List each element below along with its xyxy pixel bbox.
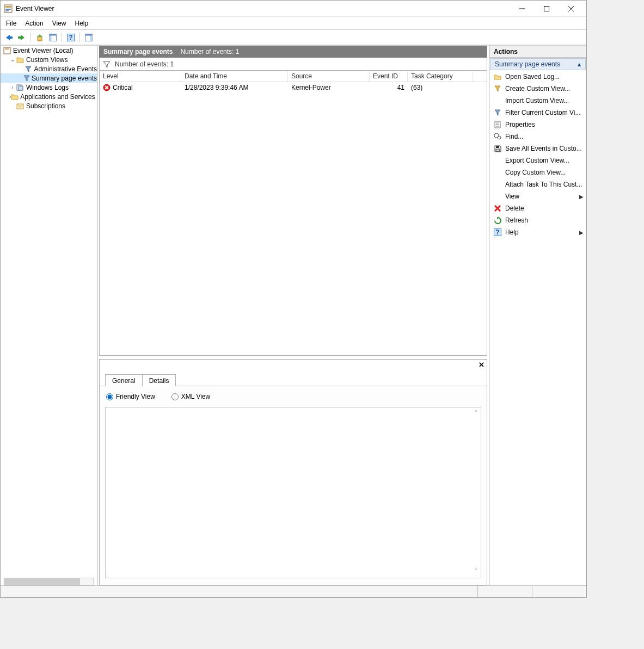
action-help[interactable]: ? Help ▶	[490, 226, 586, 238]
actions-section-header[interactable]: Summary page events ▴	[490, 58, 586, 70]
action-open-saved-log[interactable]: Open Saved Log...	[490, 71, 586, 83]
tree-summary-events-label: Summary page events	[32, 75, 97, 82]
details-tabs: General Details	[100, 374, 487, 386]
tab-general[interactable]: General	[105, 374, 143, 386]
tree-subscriptions[interactable]: Subscriptions	[1, 101, 97, 110]
titlebar: Event Viewer	[1, 1, 586, 17]
minimize-button[interactable]	[510, 1, 534, 16]
show-tree-button[interactable]	[47, 32, 59, 44]
radio-xml-label: XML View	[181, 393, 210, 400]
toolbar: ?	[1, 30, 586, 45]
maximize-button[interactable]	[534, 1, 559, 16]
svg-text:?: ?	[495, 228, 499, 236]
action-import-custom-view[interactable]: Import Custom View...	[490, 95, 586, 107]
svg-text:?: ?	[69, 34, 72, 41]
help-icon: ?	[493, 228, 502, 237]
tree-custom-views[interactable]: ⌄ Custom Views	[1, 55, 97, 64]
expand-icon[interactable]: ›	[9, 84, 16, 90]
radio-friendly-view[interactable]: Friendly View	[106, 393, 155, 400]
window-title: Event Viewer	[16, 5, 510, 13]
menu-view[interactable]: View	[48, 18, 71, 29]
help-button[interactable]: ?	[65, 32, 77, 44]
save-icon	[493, 144, 502, 153]
close-details-button[interactable]: ✕	[479, 361, 484, 369]
center-header-count: Number of events: 1	[180, 48, 239, 55]
filter-icon	[493, 108, 502, 117]
svg-rect-12	[50, 34, 57, 35]
tree-horizontal-scrollbar[interactable]	[4, 578, 94, 585]
svg-rect-2	[5, 9, 11, 10]
action-view[interactable]: View ▶	[490, 190, 586, 202]
tree-root[interactable]: Event Viewer (Local)	[1, 46, 97, 55]
close-button[interactable]	[559, 1, 583, 16]
center-header-title: Summary page events	[103, 48, 173, 55]
tree-subscriptions-label: Subscriptions	[26, 102, 65, 110]
action-delete[interactable]: Delete	[490, 202, 586, 214]
submenu-arrow-icon: ▶	[579, 194, 584, 200]
menubar: File Action View Help	[1, 17, 586, 30]
tree-custom-views-label: Custom Views	[26, 56, 68, 64]
radio-xml-view[interactable]: XML View	[171, 393, 210, 400]
delete-icon	[493, 204, 502, 213]
collapse-icon[interactable]: ⌄	[9, 57, 16, 63]
tree-summary-events[interactable]: Summary page events	[1, 73, 97, 83]
scroll-up-icon[interactable]: ˄	[472, 410, 480, 417]
event-source: Kernel-Power	[291, 84, 331, 91]
show-actions-button[interactable]	[83, 32, 95, 44]
svg-rect-9	[18, 36, 21, 39]
action-save-all-events[interactable]: Save All Events in Custo...	[490, 143, 586, 154]
back-button[interactable]	[3, 32, 15, 44]
folder-icon	[16, 55, 24, 64]
col-eventid[interactable]: Event ID	[370, 71, 408, 82]
actions-header: Actions	[489, 46, 586, 58]
action-export-custom-view[interactable]: Export Custom View...	[490, 154, 586, 166]
col-source[interactable]: Source	[288, 71, 370, 82]
svg-point-31	[498, 136, 501, 139]
menu-action[interactable]: Action	[21, 18, 47, 29]
open-log-icon	[493, 72, 502, 81]
tree-admin-events[interactable]: Administrative Events	[1, 64, 97, 73]
action-properties[interactable]: Properties	[490, 119, 586, 131]
action-attach-task[interactable]: Attach Task To This Cust...	[490, 178, 586, 190]
action-create-custom-view[interactable]: Create Custom View...	[490, 83, 586, 95]
action-filter-current[interactable]: Filter Current Custom Vi...	[490, 107, 586, 119]
menu-help[interactable]: Help	[71, 18, 93, 29]
svg-rect-8	[9, 36, 13, 39]
tab-details[interactable]: Details	[142, 374, 176, 386]
statusbar	[1, 585, 586, 597]
event-level: Critical	[113, 84, 133, 91]
details-content[interactable]: ˄ ˅	[105, 407, 481, 578]
col-date[interactable]: Date and Time	[181, 71, 288, 82]
nav-tree: Event Viewer (Local) ⌄ Custom Views Admi…	[1, 46, 97, 585]
collapse-icon: ▴	[578, 60, 581, 68]
event-row[interactable]: Critical 1/28/2023 9:39:46 AM Kernel-Pow…	[100, 82, 487, 93]
svg-rect-18	[4, 47, 10, 54]
event-list[interactable]: Level Date and Time Source Event ID Task…	[99, 71, 487, 356]
up-button[interactable]	[34, 32, 46, 44]
tree-windows-logs[interactable]: › Windows Logs	[1, 83, 97, 92]
radio-xml-input[interactable]	[171, 393, 179, 400]
funnel-icon	[103, 60, 111, 68]
tree-apps-logs[interactable]: › Applications and Services Lo	[1, 92, 97, 101]
scroll-down-icon[interactable]: ˅	[472, 568, 480, 576]
toolbar-separator	[30, 33, 31, 42]
col-task[interactable]: Task Category	[408, 71, 473, 82]
event-list-header: Level Date and Time Source Event ID Task…	[100, 71, 487, 82]
folder-icon	[11, 92, 19, 101]
action-refresh[interactable]: Refresh	[490, 214, 586, 226]
menu-file[interactable]: File	[2, 18, 21, 29]
funnel-icon	[493, 84, 502, 93]
action-copy-custom-view[interactable]: Copy Custom View...	[490, 166, 586, 178]
critical-icon	[103, 84, 111, 91]
toolbar-separator	[62, 33, 62, 42]
filter-count-label: Number of events: 1	[115, 60, 174, 68]
action-find[interactable]: Find...	[490, 131, 586, 143]
col-level[interactable]: Level	[100, 71, 181, 82]
svg-rect-17	[85, 34, 93, 35]
radio-friendly-input[interactable]	[106, 393, 113, 400]
svg-rect-5	[544, 6, 549, 11]
filter-bar: Number of events: 1	[99, 58, 487, 71]
svg-rect-21	[19, 86, 23, 90]
properties-icon	[493, 120, 502, 129]
forward-button[interactable]	[16, 32, 28, 44]
